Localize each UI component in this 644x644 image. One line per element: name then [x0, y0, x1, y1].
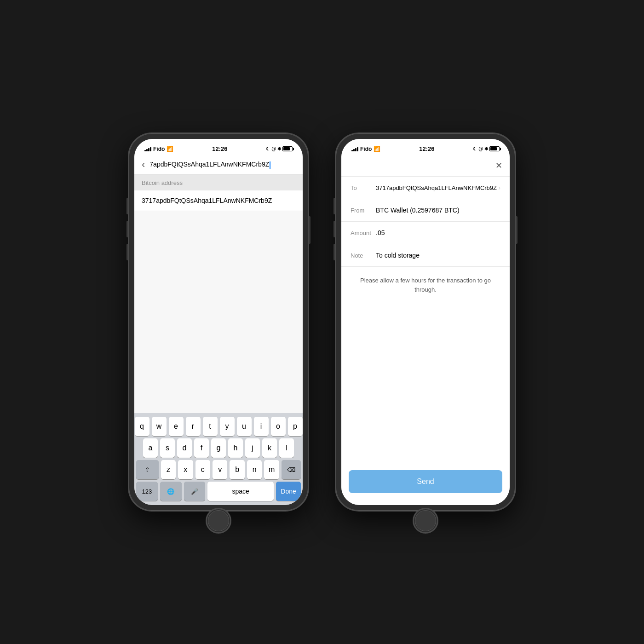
- key-a[interactable]: a: [143, 438, 158, 458]
- address-section-header: Bitcoin address: [134, 175, 303, 190]
- close-button[interactable]: ✕: [495, 161, 502, 171]
- status-right-1: ☾ @ ✱: [266, 146, 293, 151]
- confirm-screen: ✕ To 3717apdbFQtQSsAhqa1LFLAnwNKFMCrb9Z …: [341, 155, 510, 505]
- moon-icon-2: ☾: [473, 146, 477, 151]
- key-j[interactable]: j: [245, 438, 260, 458]
- row2-spacer-right: [296, 438, 301, 458]
- bottom-padding: [341, 500, 510, 505]
- bar3: [148, 148, 150, 151]
- transaction-note-text: Please allow a few hours for the transac…: [360, 277, 491, 293]
- status-right-2: ☾ @ ✱: [473, 146, 500, 151]
- bar3-2: [355, 148, 356, 151]
- bar4-2: [357, 147, 358, 151]
- key-e[interactable]: e: [169, 417, 184, 436]
- content-spacer: [134, 211, 303, 413]
- amount-label: Amount: [351, 230, 376, 236]
- carrier-1: Fido: [153, 146, 165, 152]
- amount-value: .05: [376, 229, 500, 236]
- key-k[interactable]: k: [262, 438, 277, 458]
- keyboard-row-1: q w e r t y u i o p: [136, 417, 301, 436]
- phone-1: Fido 📶 12:26 ☾ @ ✱ ‹ 7apdbFQtQSsAhqa1LFL: [129, 133, 308, 511]
- to-arrow: ›: [498, 184, 500, 191]
- back-button[interactable]: ‹: [142, 160, 145, 170]
- battery-2: [489, 146, 500, 151]
- key-y[interactable]: y: [220, 417, 235, 436]
- from-label: From: [351, 207, 376, 214]
- phone-2: Fido 📶 12:26 ☾ @ ✱ ✕: [336, 133, 515, 511]
- key-r[interactable]: r: [186, 417, 201, 436]
- key-g[interactable]: g: [211, 438, 226, 458]
- address-section-label: Bitcoin address: [142, 179, 183, 186]
- mic-key[interactable]: 🎤: [184, 482, 206, 501]
- globe-key[interactable]: 🌐: [160, 482, 182, 501]
- time-1: 12:26: [212, 145, 227, 152]
- to-value: 3717apdbFQtQSsAhqa1LFLAnwNKFMCrb9Z: [376, 184, 498, 191]
- address-list: 3717apdbFQtQSsAhqa1LFLAnwNKFMCrb9Z: [134, 190, 303, 211]
- bar1-2: [351, 150, 353, 151]
- wifi-icon-2: 📶: [374, 146, 380, 152]
- key-s[interactable]: s: [160, 438, 175, 458]
- key-t[interactable]: t: [203, 417, 218, 436]
- phone-2-screen: Fido 📶 12:26 ☾ @ ✱ ✕: [341, 139, 510, 505]
- from-value: BTC Wallet (0.2597687 BTC): [376, 207, 500, 214]
- keyboard-row-4: 123 🌐 🎤 space Done: [136, 482, 301, 501]
- keyboard-row-3: ⇧ z x c v b n m ⌫: [136, 460, 301, 479]
- phone-1-screen: Fido 📶 12:26 ☾ @ ✱ ‹ 7apdbFQtQSsAhqa1LFL: [134, 139, 303, 505]
- send-button[interactable]: Send: [349, 470, 502, 493]
- confirm-header: ✕: [341, 155, 510, 177]
- status-bar-1: Fido 📶 12:26 ☾ @ ✱: [134, 139, 303, 155]
- phones-container: Fido 📶 12:26 ☾ @ ✱ ‹ 7apdbFQtQSsAhqa1LFL: [129, 133, 515, 511]
- key-n[interactable]: n: [247, 460, 262, 479]
- backspace-key[interactable]: ⌫: [282, 460, 301, 479]
- key-h[interactable]: h: [228, 438, 243, 458]
- key-f[interactable]: f: [194, 438, 209, 458]
- battery-1: [282, 146, 293, 151]
- row2-spacer-left: [136, 438, 141, 458]
- key-w[interactable]: w: [152, 417, 167, 436]
- signal-bars-2: [351, 147, 358, 151]
- key-b[interactable]: b: [230, 460, 244, 479]
- key-v[interactable]: v: [213, 460, 227, 479]
- key-m[interactable]: m: [264, 460, 279, 479]
- confirm-row-to[interactable]: To 3717apdbFQtQSsAhqa1LFLAnwNKFMCrb9Z ›: [341, 177, 510, 199]
- confirm-row-note: Note To cold storage: [341, 244, 510, 267]
- status-left-1: Fido 📶: [144, 146, 173, 152]
- battery-fill-2: [490, 147, 497, 150]
- signal-bars: [144, 147, 151, 151]
- key-d[interactable]: d: [177, 438, 192, 458]
- key-x[interactable]: x: [178, 460, 193, 479]
- moon-icon: ☾: [266, 146, 270, 151]
- carrier-2: Fido: [360, 146, 372, 152]
- key-i[interactable]: i: [254, 417, 269, 436]
- note-label: Note: [351, 252, 376, 259]
- key-o[interactable]: o: [271, 417, 286, 436]
- bluetooth-icon-2: ✱: [484, 146, 488, 151]
- key-z[interactable]: z: [161, 460, 176, 479]
- home-button-2[interactable]: [413, 508, 438, 534]
- home-button-inner-1: [208, 510, 229, 531]
- nav-bar-1: ‹ 7apdbFQtQSsAhqa1LFLAnwNKFMCrb9Z: [134, 155, 303, 175]
- at-icon: @: [271, 146, 276, 151]
- home-button-1[interactable]: [206, 508, 231, 534]
- key-l[interactable]: l: [279, 438, 294, 458]
- note-value: To cold storage: [376, 252, 500, 259]
- status-left-2: Fido 📶: [351, 146, 380, 152]
- done-key[interactable]: Done: [276, 482, 301, 501]
- address-input-display[interactable]: 7apdbFQtQSsAhqa1LFLAnwNKFMCrb9Z: [150, 161, 295, 168]
- space-key[interactable]: space: [207, 482, 274, 501]
- key-q[interactable]: q: [135, 417, 150, 436]
- bar1: [144, 150, 146, 151]
- address-item-0[interactable]: 3717apdbFQtQSsAhqa1LFLAnwNKFMCrb9Z: [134, 190, 303, 211]
- key-c[interactable]: c: [196, 460, 210, 479]
- numbers-key[interactable]: 123: [136, 482, 158, 501]
- key-u[interactable]: u: [237, 417, 252, 436]
- bluetooth-icon: ✱: [277, 146, 281, 151]
- shift-key[interactable]: ⇧: [136, 460, 159, 479]
- key-p[interactable]: p: [288, 417, 303, 436]
- keyboard: q w e r t y u i o p a s d f: [134, 413, 303, 505]
- home-button-inner-2: [415, 510, 436, 531]
- confirm-row-from: From BTC Wallet (0.2597687 BTC): [341, 199, 510, 222]
- transaction-note: Please allow a few hours for the transac…: [341, 267, 510, 303]
- confirm-spacer: [341, 303, 510, 470]
- time-2: 12:26: [419, 145, 434, 152]
